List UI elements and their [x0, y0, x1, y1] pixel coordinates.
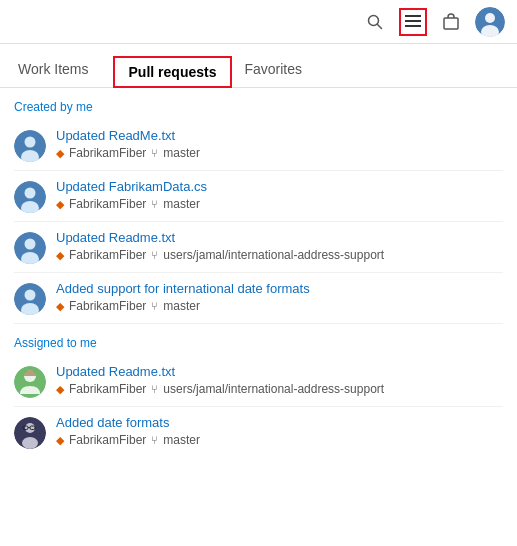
pr-repo: FabrikamFiber — [69, 382, 146, 396]
avatar — [14, 130, 46, 162]
svg-point-17 — [25, 239, 36, 250]
header-icon-group — [361, 7, 505, 37]
pr-branch: master — [163, 197, 200, 211]
pr-repo: FabrikamFiber — [69, 197, 146, 211]
svg-point-11 — [25, 137, 36, 148]
header — [0, 0, 517, 44]
search-icon[interactable] — [361, 8, 389, 36]
avatar — [14, 417, 46, 449]
bag-icon[interactable] — [437, 8, 465, 36]
list-item: Updated Readme.txt ◆ FabrikamFiber ⑂ use… — [14, 222, 503, 273]
pr-meta: ◆ FabrikamFiber ⑂ users/jamal/internatio… — [56, 382, 503, 396]
repo-icon: ◆ — [56, 249, 64, 262]
pr-meta: ◆ FabrikamFiber ⑂ master — [56, 146, 503, 160]
list-item: Updated ReadMe.txt ◆ FabrikamFiber ⑂ mas… — [14, 120, 503, 171]
branch-icon: ⑂ — [151, 249, 158, 261]
svg-rect-3 — [405, 20, 421, 22]
tab-work-items[interactable]: Work Items — [14, 51, 105, 87]
avatar — [14, 232, 46, 264]
pr-meta: ◆ FabrikamFiber ⑂ users/jamal/internatio… — [56, 248, 503, 262]
pr-repo: FabrikamFiber — [69, 433, 146, 447]
section-assigned-to-me: Assigned to me — [14, 324, 503, 356]
repo-icon: ◆ — [56, 147, 64, 160]
tab-pull-requests[interactable]: Pull requests — [113, 56, 233, 88]
svg-rect-6 — [444, 18, 458, 29]
user-avatar[interactable] — [475, 7, 505, 37]
svg-rect-4 — [405, 25, 421, 27]
avatar — [14, 366, 46, 398]
pr-title[interactable]: Added date formats — [56, 415, 503, 430]
pr-title[interactable]: Updated Readme.txt — [56, 230, 503, 245]
pr-details: Updated FabrikamData.cs ◆ FabrikamFiber … — [56, 179, 503, 211]
pr-branch: users/jamal/international-address-suppor… — [163, 248, 384, 262]
pr-repo: FabrikamFiber — [69, 146, 146, 160]
pr-title[interactable]: Updated FabrikamData.cs — [56, 179, 503, 194]
repo-icon: ◆ — [56, 300, 64, 313]
section-created-by-me: Created by me — [14, 88, 503, 120]
svg-point-14 — [25, 188, 36, 199]
repo-icon: ◆ — [56, 434, 64, 447]
branch-icon: ⑂ — [151, 198, 158, 210]
branch-icon: ⑂ — [151, 300, 158, 312]
content-area: Created by me Updated ReadMe.txt ◆ Fabri… — [0, 88, 517, 546]
avatar — [14, 181, 46, 213]
pr-meta: ◆ FabrikamFiber ⑂ master — [56, 197, 503, 211]
svg-point-20 — [25, 290, 36, 301]
pr-meta: ◆ FabrikamFiber ⑂ master — [56, 299, 503, 313]
pr-repo: FabrikamFiber — [69, 299, 146, 313]
branch-icon: ⑂ — [151, 147, 158, 159]
list-item: Updated FabrikamData.cs ◆ FabrikamFiber … — [14, 171, 503, 222]
pr-repo: FabrikamFiber — [69, 248, 146, 262]
list-item: Added support for international date for… — [14, 273, 503, 324]
pr-meta: ◆ FabrikamFiber ⑂ master — [56, 433, 503, 447]
list-item: Updated Readme.txt ◆ FabrikamFiber ⑂ use… — [14, 356, 503, 407]
avatar — [14, 283, 46, 315]
tab-favorites[interactable]: Favorites — [240, 51, 318, 87]
pr-title[interactable]: Added support for international date for… — [56, 281, 503, 296]
pr-branch: users/jamal/international-address-suppor… — [163, 382, 384, 396]
repo-icon: ◆ — [56, 383, 64, 396]
branch-icon: ⑂ — [151, 434, 158, 446]
pr-details: Updated Readme.txt ◆ FabrikamFiber ⑂ use… — [56, 230, 503, 262]
branch-icon: ⑂ — [151, 383, 158, 395]
svg-line-1 — [378, 24, 382, 28]
pr-title[interactable]: Updated Readme.txt — [56, 364, 503, 379]
pr-details: Updated Readme.txt ◆ FabrikamFiber ⑂ use… — [56, 364, 503, 396]
pr-details: Added support for international date for… — [56, 281, 503, 313]
list-item: Added date formats ◆ FabrikamFiber ⑂ mas… — [14, 407, 503, 457]
pr-branch: master — [163, 299, 200, 313]
pr-branch: master — [163, 146, 200, 160]
pr-details: Updated ReadMe.txt ◆ FabrikamFiber ⑂ mas… — [56, 128, 503, 160]
repo-icon: ◆ — [56, 198, 64, 211]
tabs-bar: Work Items Pull requests Favorites — [0, 44, 517, 88]
pr-branch: master — [163, 433, 200, 447]
list-view-icon[interactable] — [399, 8, 427, 36]
svg-point-8 — [485, 13, 495, 23]
svg-point-26 — [22, 437, 38, 449]
pr-details: Added date formats ◆ FabrikamFiber ⑂ mas… — [56, 415, 503, 447]
pr-title[interactable]: Updated ReadMe.txt — [56, 128, 503, 143]
svg-rect-5 — [417, 15, 421, 17]
